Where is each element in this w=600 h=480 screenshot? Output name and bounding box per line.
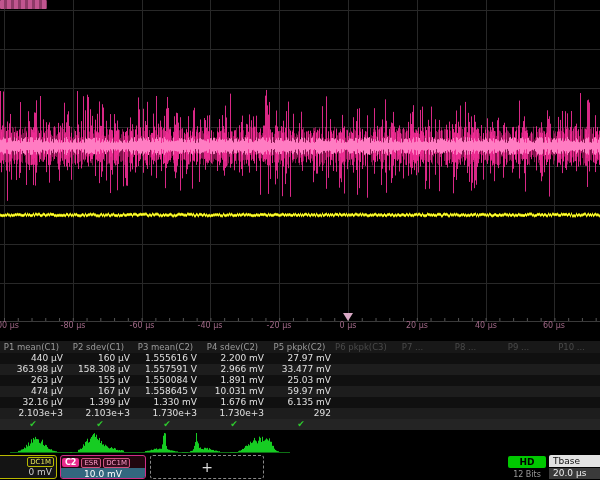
- table-row: 363.98 µV158.308 µV1.557591 V2.966 mV33.…: [0, 364, 600, 375]
- c2-esr-badge: ESR: [81, 458, 101, 468]
- trigger-position-marker[interactable]: [343, 313, 353, 321]
- add-trace-button[interactable]: +: [150, 455, 264, 479]
- measure-status-check-icon: ✔: [230, 419, 238, 430]
- time-axis-label: -40 µs: [198, 321, 223, 330]
- measure-cell: [494, 386, 547, 397]
- measure-cell: 1.676 mV: [201, 397, 268, 408]
- c1-vertical-scale: 0 mV: [0, 467, 56, 478]
- measure-cell: 2.103e+3: [0, 408, 67, 419]
- measure-cell: [494, 397, 547, 408]
- resolution-label: 12 Bits: [505, 470, 549, 479]
- measure-cell: [388, 364, 441, 375]
- measure-cell: 27.97 mV: [268, 353, 335, 364]
- measure-cell: [441, 353, 494, 364]
- measure-cell: [335, 408, 388, 419]
- measure-cell: [388, 386, 441, 397]
- c2-label-badge: C2: [62, 458, 79, 467]
- measurement-table-header: P1 mean(C1)P2 sdev(C1)P3 mean(C2)P4 sdev…: [0, 341, 600, 353]
- oscilloscope-screen: -100 µs-80 µs-60 µs-40 µs-20 µs0 µs20 µs…: [0, 0, 600, 480]
- measure-cell: [388, 353, 441, 364]
- measure-cell: 363.98 µV: [0, 364, 67, 375]
- measure-cell: [388, 408, 441, 419]
- measure-column-header[interactable]: P2 sdev(C1): [67, 341, 134, 353]
- time-axis-label: -80 µs: [61, 321, 86, 330]
- measure-column-header[interactable]: P4 sdev(C2): [201, 341, 268, 353]
- channel-c1-descriptor[interactable]: DC1M 0 mV: [0, 455, 57, 479]
- measure-column-header[interactable]: P6 pkpk(C3): [335, 341, 388, 353]
- measure-column-header[interactable]: P10 ...: [547, 341, 600, 353]
- measure-cell: [335, 386, 388, 397]
- measure-cell: 1.557591 V: [134, 364, 201, 375]
- measure-cell: 6.135 mV: [268, 397, 335, 408]
- measure-cell: [388, 397, 441, 408]
- measure-cell: [441, 364, 494, 375]
- measure-cell: 32.16 µV: [0, 397, 67, 408]
- measure-cell: 474 µV: [0, 386, 67, 397]
- time-axis-label: -100 µs: [0, 321, 19, 330]
- measure-cell: 25.03 mV: [268, 375, 335, 386]
- measure-cell: [335, 375, 388, 386]
- time-axis-label: 0 µs: [340, 321, 357, 330]
- measure-cell: [335, 364, 388, 375]
- time-axis-label: -60 µs: [130, 321, 155, 330]
- measure-cell: 1.550084 V: [134, 375, 201, 386]
- histicon-strip: [0, 431, 600, 455]
- c2-coupling-badge: DC1M: [103, 458, 130, 468]
- measure-cell: 2.103e+3: [67, 408, 134, 419]
- table-row: 2.103e+32.103e+31.730e+31.730e+3292: [0, 408, 600, 419]
- measure-cell: 440 µV: [0, 353, 67, 364]
- measurement-table: P1 mean(C1)P2 sdev(C1)P3 mean(C2)P4 sdev…: [0, 341, 600, 430]
- measure-cell: 10.031 mV: [201, 386, 268, 397]
- measure-cell: 263 µV: [0, 375, 67, 386]
- waveform-display[interactable]: -100 µs-80 µs-60 µs-40 µs-20 µs0 µs20 µs…: [0, 0, 600, 338]
- measure-cell: [547, 375, 600, 386]
- measure-cell: 1.399 µV: [67, 397, 134, 408]
- measure-cell: [441, 408, 494, 419]
- time-axis-label: 20 µs: [406, 321, 428, 330]
- measure-cell: [388, 375, 441, 386]
- cropped-ui-chip: [0, 0, 47, 9]
- measure-cell: [441, 386, 494, 397]
- measure-cell: [494, 364, 547, 375]
- table-row: 263 µV155 µV1.550084 V1.891 mV25.03 mV: [0, 375, 600, 386]
- measurement-status-row: ✔✔✔✔✔: [0, 419, 600, 430]
- measure-cell: 160 µV: [67, 353, 134, 364]
- channel-c2-descriptor[interactable]: C2 ESR DC1M 10.0 mV: [60, 455, 146, 479]
- measure-status-check-icon: ✔: [96, 419, 104, 430]
- measure-cell: 292: [268, 408, 335, 419]
- measure-cell: [547, 397, 600, 408]
- measure-cell: 158.308 µV: [67, 364, 134, 375]
- measure-column-header[interactable]: P3 mean(C2): [134, 341, 201, 353]
- measure-status-check-icon: ✔: [29, 419, 37, 430]
- timebase-descriptor[interactable]: Tbase: [549, 455, 600, 467]
- measure-cell: 1.558645 V: [134, 386, 201, 397]
- time-axis-label: -20 µs: [267, 321, 292, 330]
- measure-column-header[interactable]: P9 ...: [494, 341, 547, 353]
- measure-cell: 2.966 mV: [201, 364, 268, 375]
- measure-cell: 2.200 mV: [201, 353, 268, 364]
- plus-icon: +: [201, 459, 213, 475]
- measure-cell: [547, 386, 600, 397]
- measure-cell: [494, 408, 547, 419]
- measure-cell: [547, 353, 600, 364]
- measure-column-header[interactable]: P8 ...: [441, 341, 494, 353]
- measure-cell: [441, 397, 494, 408]
- table-row: 32.16 µV1.399 µV1.330 mV1.676 mV6.135 mV: [0, 397, 600, 408]
- measure-column-header[interactable]: P1 mean(C1): [0, 341, 67, 353]
- measure-cell: [547, 364, 600, 375]
- measurement-table-body: 440 µV160 µV1.555616 V2.200 mV27.97 mV36…: [0, 353, 600, 419]
- measure-column-header[interactable]: P5 pkpk(C2): [268, 341, 335, 353]
- histicon-canvas: [0, 431, 600, 455]
- measure-cell: 155 µV: [67, 375, 134, 386]
- waveform-canvas: [0, 0, 600, 322]
- measure-cell: 1.330 mV: [134, 397, 201, 408]
- measure-status-check-icon: ✔: [297, 419, 305, 430]
- measure-cell: 167 µV: [67, 386, 134, 397]
- measure-cell: 1.555616 V: [134, 353, 201, 364]
- table-row: 474 µV167 µV1.558645 V10.031 mV59.97 mV: [0, 386, 600, 397]
- measure-status-check-icon: ✔: [163, 419, 171, 430]
- c1-coupling-badge: DC1M: [27, 457, 54, 467]
- measure-column-header[interactable]: P7 ...: [388, 341, 441, 353]
- timebase-scale: 20.0 µs: [549, 468, 600, 479]
- time-axis-label: 60 µs: [543, 321, 565, 330]
